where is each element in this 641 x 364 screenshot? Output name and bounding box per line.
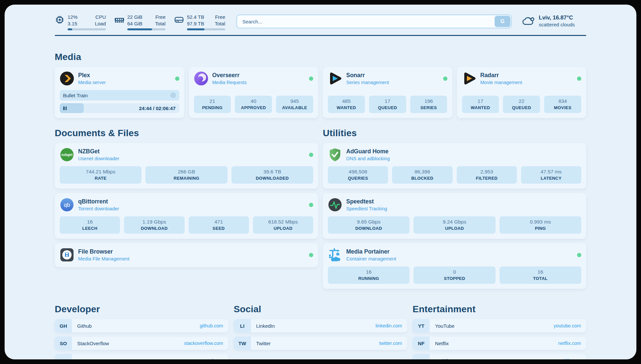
section-entertainment: Entertainment YT YouTube youtube.com NF …	[412, 304, 586, 359]
status-dot	[309, 203, 313, 207]
bookmark-linkedin[interactable]: LI LinkedIn linkedin.com	[234, 319, 408, 332]
card-qbittorrent[interactable]: qb qBittorrent Torrent downloader	[55, 193, 318, 239]
nzbget-icon: nzbget	[60, 147, 74, 162]
app-subtitle: Media File Management	[78, 256, 130, 261]
section-developer: Developer GH Github github.com SO StackO…	[55, 304, 229, 359]
stat-queries: 498,508 QUERIES	[328, 166, 388, 184]
card-nzbget[interactable]: nzbget NZBGet Usenet downloader 74	[55, 143, 318, 189]
cpu-icon	[55, 15, 65, 25]
now-playing-icon[interactable]	[170, 92, 176, 98]
bookmark-abbr: LI	[234, 319, 251, 332]
card-sonarr[interactable]: Sonarr Series management 485 WANTED 17 Q…	[323, 67, 452, 118]
bookmark-url[interactable]: github.com	[200, 323, 223, 328]
bookmark-url[interactable]: twitter.com	[379, 341, 402, 346]
stat-upload: 9.24 Gbps UPLOAD	[413, 216, 495, 234]
portainer-icon	[328, 248, 342, 262]
cpu-progressbar	[68, 28, 106, 30]
card-radarr[interactable]: Radarr Movie management 17 WANTED 22 QUE…	[457, 67, 587, 118]
stat-remaining: 266 GB REMAINING	[145, 166, 227, 184]
stat-approved: 40 APPROVED	[235, 96, 272, 113]
card-adguard[interactable]: AdGuard Home DNS and adblocking 498,508 …	[323, 143, 586, 189]
section-title-developer: Developer	[55, 304, 229, 315]
app-subtitle: DNS and adblocking	[346, 156, 390, 161]
bookmark-abbr: DT	[55, 354, 72, 359]
bookmark-url[interactable]: linkedin.com	[376, 323, 402, 328]
app-title: NZBGet	[78, 148, 119, 155]
app-title: Plex	[78, 72, 106, 78]
app-subtitle: Series management	[346, 80, 389, 85]
stat-download: 1.19 Gbps DOWNLOAD	[124, 216, 184, 234]
section-utilities: Utilities	[323, 128, 586, 289]
stat-series: 196 SERIES	[410, 96, 447, 113]
app-subtitle: Usenet downloader	[78, 156, 119, 161]
bookmark-url[interactable]: dev.to	[210, 358, 223, 359]
bookmark-name: Github	[77, 323, 92, 329]
app-subtitle: Media Requests	[212, 80, 247, 85]
playback-time: 24:44 / 02:06:47	[139, 106, 179, 111]
bookmark-name: Netflix	[435, 341, 449, 346]
playback-progress: 24:44 / 02:06:47	[60, 103, 179, 113]
pause-button[interactable]	[63, 106, 67, 110]
disk-free-label: Free	[215, 14, 225, 20]
section-media: Media Plex Media server	[55, 52, 586, 118]
status-dot	[309, 253, 313, 257]
status-dot	[577, 76, 581, 81]
weather-condition: scattered clouds	[539, 22, 575, 27]
app-title: Sonarr	[346, 72, 389, 78]
stat-blocked: 86,396 BLOCKED	[392, 166, 452, 184]
overseerr-icon	[194, 71, 208, 86]
stat-downloaded: 39.6 TB DOWNLOADED	[231, 166, 313, 184]
stat-queued: 17 QUEUED	[369, 96, 406, 113]
search-engine-button[interactable]: G	[495, 16, 510, 27]
bookmark-url[interactable]: netflix.com	[558, 341, 581, 346]
stat-latency: 47.57 ms LATENCY	[521, 166, 581, 184]
bookmark-twitter[interactable]: TW Twitter twitter.com	[234, 337, 408, 350]
bookmark-abbr: SO	[55, 337, 72, 350]
app-title: AdGuard Home	[346, 148, 390, 155]
ram-total: 64 GiB	[127, 20, 142, 27]
app-subtitle: Media server	[78, 80, 106, 85]
card-filebrowser[interactable]: File Browser Media File Management	[55, 243, 318, 267]
card-overseerr[interactable]: Overseerr Media Requests 21 PENDING 40 A…	[189, 67, 319, 118]
bookmark-abbr: GH	[55, 319, 72, 332]
bookmark-name: Twitter	[256, 341, 271, 346]
search-input[interactable]	[236, 15, 512, 28]
bookmark-netflix[interactable]: NF Netflix netflix.com	[412, 337, 586, 350]
ram-progressbar	[127, 28, 166, 30]
sonarr-icon	[328, 71, 342, 86]
card-portainer[interactable]: Media Portainer Container management 16 …	[323, 243, 586, 289]
memory-widget: 22 GiB 64 GiB Free Total	[114, 14, 166, 30]
header-divider	[55, 35, 586, 36]
system-resources: 12% 3.15 CPU Load	[55, 14, 225, 30]
bookmark-name: YouTube	[435, 323, 454, 329]
adguard-icon	[328, 147, 342, 162]
weather-location-temp: Lviv, 16.87°C	[539, 15, 575, 21]
stat-ping: 0.993 ms PING	[500, 216, 581, 234]
bookmark-youtube[interactable]: YT YouTube youtube.com	[412, 319, 586, 332]
radarr-icon	[462, 71, 476, 86]
bookmark-github[interactable]: GH Github github.com	[55, 319, 229, 332]
cpu-percent: 12%	[68, 14, 77, 20]
bookmark-dev[interactable]: DT DEV dev.to	[55, 354, 229, 359]
cloud-icon	[522, 15, 535, 27]
weather-widget: Lviv, 16.87°C scattered clouds	[522, 15, 586, 27]
dashboard-panel: 12% 3.15 CPU Load	[5, 5, 636, 359]
qbittorrent-icon: qb	[60, 197, 74, 212]
app-title: File Browser	[78, 248, 130, 255]
bookmark-url[interactable]: stackoverflow.com	[184, 341, 223, 346]
bookmark-stackoverflow[interactable]: SO StackOverflow stackoverflow.com	[55, 337, 229, 350]
cpu-widget: 12% 3.15 CPU Load	[55, 14, 106, 30]
card-speedtest[interactable]: Speedtest Speedtest Tracking 9.65 Gbps D…	[323, 193, 586, 239]
disk-widget: 52.4 TB 97.9 TB Free Total	[174, 14, 225, 30]
cpu-label: CPU	[95, 14, 106, 20]
bookmark-url[interactable]: reddit.com	[559, 358, 581, 359]
app-subtitle: Speedtest Tracking	[346, 206, 387, 211]
section-social: Social LI LinkedIn linkedin.com TW Twitt…	[234, 304, 408, 359]
search-bar: G	[236, 15, 512, 28]
app-subtitle: Torrent downloader	[78, 206, 119, 211]
card-plex[interactable]: Plex Media server Bullet Train	[55, 67, 184, 118]
bookmark-url[interactable]: youtube.com	[554, 323, 581, 328]
disk-total-label: Total	[215, 20, 225, 27]
bookmark-reddit[interactable]: RE Reddit reddit.com	[412, 354, 586, 359]
section-title-documents: Documents & Files	[55, 128, 318, 138]
